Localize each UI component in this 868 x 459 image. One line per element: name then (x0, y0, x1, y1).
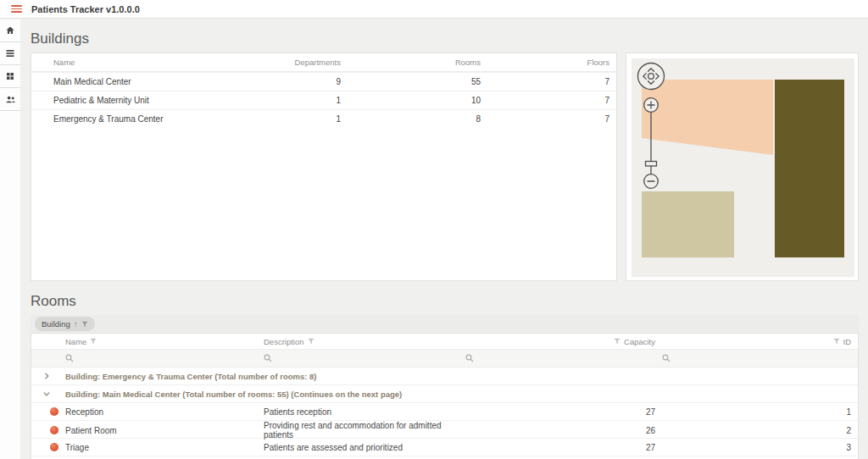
sidebar-item-buildings[interactable] (0, 42, 20, 65)
room-capacity: 27 (465, 443, 662, 452)
building-name: Pediatric & Maternity Unit (53, 96, 209, 105)
map-zoom-in-button[interactable] (644, 98, 659, 113)
people-icon (5, 94, 16, 105)
room-name: Patient Room (65, 426, 264, 435)
building-floors: 7 (481, 96, 616, 105)
room-id: 2 (662, 426, 858, 435)
group-chip-building[interactable]: Building ↑ (35, 317, 95, 331)
filter-input-description[interactable] (264, 350, 465, 367)
home-icon (5, 25, 15, 36)
building-rooms: 55 (341, 77, 481, 86)
app-title: Patients Tracker v1.0.0.0 (31, 4, 140, 14)
room-name: Triage (65, 443, 264, 452)
room-capacity: 26 (465, 426, 662, 435)
filter-icon[interactable] (833, 338, 840, 345)
room-status-icon (50, 426, 58, 434)
room-description: Patients are assessed and prioritized (264, 443, 465, 452)
table-row[interactable]: Patient Room Providing rest and accommod… (31, 421, 858, 439)
room-description: Providing rest and accommodation for adm… (264, 421, 465, 440)
sidebar-item-home[interactable] (0, 19, 20, 42)
building-rooms: 8 (341, 114, 481, 124)
rooms-table: Name Description Capacity ID (31, 333, 859, 459)
filter-icon[interactable] (90, 338, 97, 345)
map-zoom-slider-handle[interactable] (646, 162, 657, 167)
room-status-icon (50, 443, 58, 451)
table-row[interactable]: Triage Patients are assessed and priorit… (31, 439, 858, 456)
room-description: Patients reception (264, 407, 465, 417)
table-row[interactable]: Reception Patients reception 27 1 (31, 403, 858, 421)
filter-row (31, 349, 858, 368)
buildings-table: Name Departments Rooms Floors Main Medic… (31, 53, 617, 281)
filter-input-name[interactable] (65, 350, 264, 367)
building-name: Main Medical Center (53, 77, 209, 86)
room-name: Reception (65, 407, 264, 417)
menu-icon[interactable] (11, 5, 22, 13)
col-header-id[interactable]: ID (662, 337, 858, 346)
room-id: 3 (662, 443, 858, 452)
chevron-right-icon[interactable] (43, 373, 50, 379)
table-row[interactable]: Emergency & Trauma Center 1 8 7 (31, 109, 616, 128)
filter-icon[interactable] (81, 321, 88, 328)
group-chip-label: Building (42, 319, 70, 329)
table-row[interactable]: Pediatric & Maternity Unit 1 10 7 (31, 91, 616, 109)
sort-ascending-icon: ↑ (74, 319, 78, 329)
search-icon (65, 354, 74, 362)
top-app-bar: Patients Tracker v1.0.0.0 (0, 0, 868, 19)
buildings-map[interactable] (632, 58, 854, 277)
buildings-heading: Buildings (31, 30, 89, 47)
search-icon (465, 354, 474, 362)
filter-input-capacity[interactable] (465, 350, 662, 367)
group-row-label: Building: Emergency & Trauma Center (Tot… (65, 372, 858, 381)
search-icon (662, 354, 670, 362)
col-header-description[interactable]: Description (264, 337, 465, 346)
chevron-down-icon[interactable] (43, 390, 50, 397)
group-row-emergency[interactable]: Building: Emergency & Trauma Center (Tot… (31, 368, 858, 385)
rooms-table-header: Name Description Capacity ID (31, 334, 858, 349)
map-zoom-out-button[interactable] (644, 174, 659, 189)
sidebar-item-departments[interactable] (0, 65, 20, 88)
filter-input-id[interactable] (662, 350, 858, 367)
buildings-table-header: Name Departments Rooms Floors (31, 53, 616, 72)
room-id: 1 (662, 407, 858, 417)
col-header-capacity[interactable]: Capacity (465, 337, 662, 346)
room-capacity: 27 (465, 407, 662, 417)
grid-icon (5, 71, 15, 81)
building-departments: 1 (209, 96, 341, 105)
map-pan-control[interactable] (638, 64, 665, 90)
col-header-departments[interactable]: Departments (209, 58, 341, 67)
filter-icon[interactable] (614, 338, 620, 345)
building-rooms: 10 (341, 96, 481, 105)
building-floors: 7 (481, 114, 616, 124)
building-floors: 7 (481, 77, 616, 86)
col-header-floors[interactable]: Floors (481, 58, 616, 67)
sidebar (0, 19, 20, 459)
building-departments: 9 (209, 77, 341, 86)
room-status-icon (50, 407, 58, 416)
col-header-name[interactable]: Name (53, 58, 209, 67)
group-panel[interactable]: Building ↑ (31, 315, 859, 333)
group-row-main-medical[interactable]: Building: Main Medical Center (Total num… (31, 385, 858, 403)
table-row[interactable]: Main Medical Center 9 55 7 (31, 72, 616, 91)
building-departments: 1 (209, 114, 341, 124)
map-shape-pediatric-maternity-unit[interactable] (642, 191, 734, 257)
group-row-label: Building: Main Medical Center (Total num… (65, 390, 858, 399)
sidebar-item-patients[interactable] (0, 88, 20, 111)
col-header-rooms[interactable]: Rooms (341, 58, 481, 67)
search-icon (264, 354, 272, 362)
storage-list-icon (5, 48, 15, 58)
rooms-heading: Rooms (31, 293, 76, 310)
map-shape-main-medical-center[interactable] (642, 80, 773, 155)
map-shape-emergency-trauma-center[interactable] (775, 80, 844, 257)
building-name: Emergency & Trauma Center (53, 114, 209, 124)
map-panel (626, 53, 859, 281)
col-header-name[interactable]: Name (65, 337, 264, 346)
filter-icon[interactable] (308, 338, 314, 345)
